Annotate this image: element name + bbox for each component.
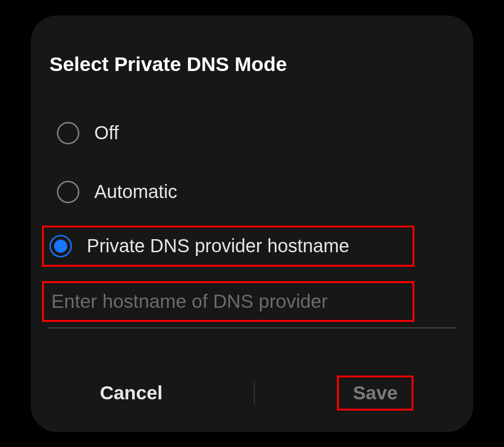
radio-label-off: Off xyxy=(94,122,119,143)
radio-label-provider-hostname: Private DNS provider hostname xyxy=(87,235,349,256)
radio-icon xyxy=(57,122,79,144)
hostname-input[interactable] xyxy=(48,285,409,318)
cancel-button[interactable]: Cancel xyxy=(91,378,172,408)
hostname-input-wrapper xyxy=(42,281,414,322)
button-divider xyxy=(254,381,255,404)
input-underline xyxy=(48,327,456,328)
radio-option-automatic[interactable]: Automatic xyxy=(40,167,464,217)
save-button-highlight: Save xyxy=(337,376,413,411)
dialog-title: Select Private DNS Mode xyxy=(31,53,473,104)
radio-label-automatic: Automatic xyxy=(94,181,177,202)
radio-icon xyxy=(57,181,79,203)
radio-option-off[interactable]: Off xyxy=(40,108,464,158)
radio-icon-selected xyxy=(49,235,72,257)
save-button[interactable]: Save xyxy=(343,378,407,408)
dialog-button-row: Cancel Save xyxy=(31,359,473,432)
radio-option-provider-hostname[interactable]: Private DNS provider hostname xyxy=(42,226,414,267)
private-dns-dialog: Select Private DNS Mode Off Automatic Pr… xyxy=(31,15,473,432)
